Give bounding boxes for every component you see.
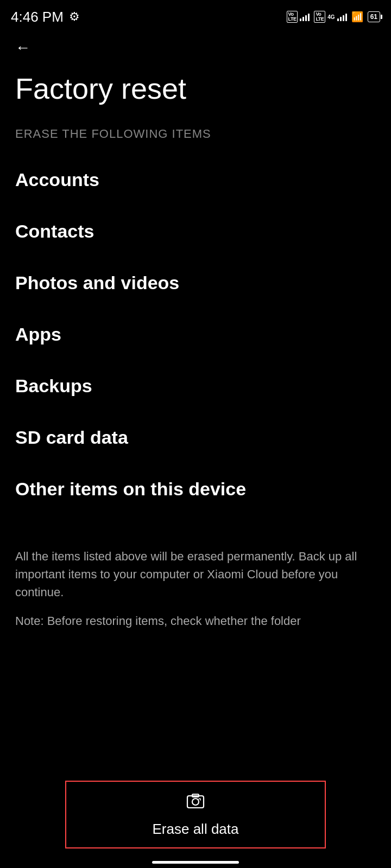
list-item: SD card data bbox=[15, 412, 376, 463]
signal-bars-2 bbox=[337, 12, 347, 21]
back-arrow-icon: ← bbox=[15, 39, 30, 56]
page-title: Factory reset bbox=[15, 72, 376, 105]
wifi-icon: 📶 bbox=[351, 11, 363, 23]
disclaimer-main: All the items listed above will be erase… bbox=[15, 547, 376, 601]
list-item: Accounts bbox=[15, 154, 376, 206]
svg-rect-0 bbox=[187, 796, 204, 808]
erase-icon bbox=[186, 792, 205, 815]
disclaimer-note: Note: Before restoring items, check whet… bbox=[15, 612, 376, 630]
battery-level: 61 bbox=[370, 13, 377, 21]
gear-icon: ⚙ bbox=[69, 10, 80, 24]
list-item: Photos and videos bbox=[15, 257, 376, 309]
signal-group-1: VoLTE bbox=[287, 11, 310, 23]
volte-badge-1: VoLTE bbox=[287, 11, 298, 23]
list-item: Contacts bbox=[15, 206, 376, 257]
time-display: 4:46 PM bbox=[11, 9, 64, 25]
svg-point-1 bbox=[192, 799, 199, 805]
page-title-section: Factory reset bbox=[0, 61, 391, 127]
section-header: ERASE THE FOLLOWING ITEMS bbox=[0, 127, 391, 154]
erase-all-data-button[interactable]: Erase all data bbox=[65, 781, 326, 848]
home-indicator bbox=[152, 861, 239, 864]
erase-button-label: Erase all data bbox=[153, 821, 239, 838]
erase-button-container: Erase all data bbox=[0, 781, 391, 848]
battery-indicator: 61 bbox=[368, 11, 380, 22]
signal-bars-1 bbox=[300, 12, 310, 21]
status-time: 4:46 PM ⚙ bbox=[11, 9, 80, 25]
section-label: ERASE THE FOLLOWING ITEMS bbox=[15, 127, 211, 141]
volte-badge-2: VoLTE bbox=[314, 11, 325, 23]
four-g-badge: 4G bbox=[327, 14, 335, 20]
list-item: Other items on this device bbox=[15, 463, 376, 515]
status-icons: VoLTE VoLTE 4G 📶 61 bbox=[287, 11, 380, 23]
list-item: Backups bbox=[15, 360, 376, 412]
erase-items-list: Accounts Contacts Photos and videos Apps… bbox=[0, 154, 391, 515]
back-button[interactable]: ← bbox=[0, 30, 391, 61]
signal-group-2: VoLTE 4G bbox=[314, 11, 346, 23]
list-item: Apps bbox=[15, 309, 376, 360]
status-bar: 4:46 PM ⚙ VoLTE VoLTE 4G 📶 bbox=[0, 0, 391, 30]
disclaimer-section: All the items listed above will be erase… bbox=[0, 515, 391, 641]
